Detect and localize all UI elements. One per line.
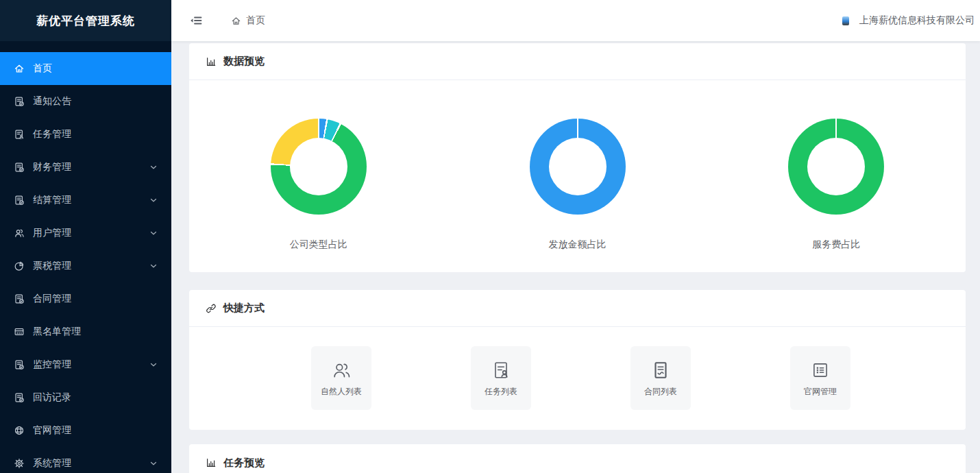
sidebar-item-label: 通知公告	[33, 95, 71, 108]
sidebar-item-label: 财务管理	[33, 161, 71, 173]
main-area: 首页 上海薪优信息科技有限公司 数据预览 公司类型占比	[171, 0, 980, 473]
breadcrumb-home: 首页	[246, 14, 265, 27]
charts-row: 公司类型占比 发放金额占比 服务费占比	[189, 80, 966, 272]
company-avatar	[842, 16, 849, 25]
card-icon	[14, 326, 25, 337]
sidebar-item-callback[interactable]: 回访记录	[0, 381, 171, 414]
users-icon	[331, 360, 352, 380]
fold-menu-icon	[189, 14, 203, 27]
account-menu[interactable]: 上海薪优信息科技有限公司	[842, 14, 975, 27]
shortcuts-card: 快捷方式 自然人列表 任务列表	[189, 290, 966, 430]
section-title: 快捷方式	[223, 302, 265, 315]
sidebar-item-label: 票税管理	[33, 260, 71, 272]
sidebar-item-label: 回访记录	[33, 391, 71, 404]
home-icon	[231, 16, 241, 26]
task-preview-card: 任务预览	[189, 444, 966, 473]
shortcut-col: 官网管理	[741, 346, 901, 410]
sidebar-item-label: 系统管理	[33, 457, 71, 470]
gear-icon	[14, 458, 25, 469]
sidebar-item-label: 首页	[33, 62, 52, 75]
sidebar-item-finance[interactable]: 财务管理	[0, 151, 171, 184]
sidebar-item-website[interactable]: 官网管理	[0, 414, 171, 447]
task-preview-header: 任务预览	[189, 444, 966, 473]
shortcuts-row: 自然人列表 任务列表 合同列表	[189, 327, 966, 430]
company-name: 上海薪优信息科技有限公司	[859, 14, 975, 27]
sidebar-item-tasks[interactable]: 任务管理	[0, 118, 171, 151]
shortcut-col: 任务列表	[421, 346, 581, 410]
sidebar-item-home[interactable]: 首页	[0, 52, 171, 85]
donut-chart-service-fee	[788, 119, 884, 215]
shortcut-label: 任务列表	[485, 386, 517, 398]
task-doc-icon	[491, 360, 511, 380]
top-header: 首页 上海薪优信息科技有限公司	[171, 0, 980, 41]
users-icon	[14, 228, 25, 239]
sidebar-item-label: 黑名单管理	[33, 326, 81, 338]
shortcut-website-admin[interactable]: 官网管理	[790, 346, 850, 410]
section-title: 任务预览	[223, 457, 265, 470]
chart-title: 公司类型占比	[189, 239, 448, 250]
doc-icon	[14, 96, 25, 107]
chevron-down-icon	[149, 163, 158, 171]
shortcut-task-list[interactable]: 任务列表	[471, 346, 531, 410]
app-title: 薪优平台管理系统	[0, 0, 171, 41]
bar-chart-icon	[206, 457, 217, 468]
chevron-down-icon	[149, 262, 158, 270]
section-title: 数据预览	[223, 55, 265, 68]
chart-title: 服务费占比	[707, 239, 966, 250]
sidebar-fold-button[interactable]	[189, 14, 203, 27]
sidebar-item-settlement[interactable]: 结算管理	[0, 184, 171, 217]
chevron-down-icon	[149, 361, 158, 369]
doc-icon	[14, 293, 25, 304]
chart-payment-amount: 发放金额占比	[448, 80, 707, 272]
home-icon	[14, 63, 25, 74]
link-icon	[206, 303, 217, 314]
bar-chart-icon	[206, 56, 217, 67]
donut-chart-payment-amount	[530, 119, 626, 215]
doc-person-icon	[14, 129, 25, 140]
contract-icon	[650, 360, 671, 380]
shortcut-label: 合同列表	[644, 386, 677, 398]
shortcut-label: 自然人列表	[321, 386, 362, 398]
doc-icon	[14, 359, 25, 370]
sidebar-item-contract[interactable]: 合同管理	[0, 282, 171, 315]
donut-hole	[807, 138, 865, 195]
sidebar-item-blacklist[interactable]: 黑名单管理	[0, 315, 171, 348]
sidebar-item-tax[interactable]: 票税管理	[0, 250, 171, 282]
web-list-icon	[810, 360, 831, 380]
shortcut-label: 官网管理	[804, 386, 837, 398]
shortcut-contract-list[interactable]: 合同列表	[630, 346, 691, 410]
sidebar-item-system[interactable]: 系统管理	[0, 447, 171, 473]
sidebar-item-monitor[interactable]: 监控管理	[0, 348, 171, 381]
data-preview-header: 数据预览	[189, 43, 966, 80]
sidebar-item-label: 结算管理	[33, 194, 71, 206]
sidebar-item-notice[interactable]: 通知公告	[0, 85, 171, 118]
sidebar-item-label: 官网管理	[33, 424, 71, 437]
globe-icon	[14, 425, 25, 436]
doc-icon	[14, 195, 25, 206]
shortcuts-header: 快捷方式	[189, 290, 966, 327]
sidebar-item-label: 监控管理	[33, 359, 71, 371]
chart-company-type: 公司类型占比	[189, 80, 448, 272]
chart-title: 发放金额占比	[448, 239, 707, 250]
sidebar-item-label: 用户管理	[33, 227, 71, 239]
shortcut-col: 自然人列表	[262, 346, 421, 410]
sidebar-menu: 首页 通知公告 任务管理 财务管理 结算管理 用户管理 票税管理	[0, 41, 171, 473]
chevron-down-icon	[149, 459, 158, 468]
sidebar-item-label: 任务管理	[33, 128, 71, 141]
data-preview-card: 数据预览 公司类型占比 发放金额占比	[189, 43, 966, 272]
donut-hole	[290, 138, 347, 195]
doc-icon	[14, 392, 25, 403]
chevron-down-icon	[149, 229, 158, 237]
page-content: 数据预览 公司类型占比 发放金额占比	[171, 41, 980, 473]
shortcut-natural-person-list[interactable]: 自然人列表	[311, 346, 371, 410]
sidebar-item-users[interactable]: 用户管理	[0, 217, 171, 250]
sidebar-item-label: 合同管理	[33, 293, 71, 305]
chevron-down-icon	[149, 196, 158, 204]
donut-chart-company-type	[271, 119, 367, 215]
pie-icon	[14, 260, 25, 271]
shortcut-col: 合同列表	[581, 346, 741, 410]
sidebar: 薪优平台管理系统 首页 通知公告 任务管理 财务管理 结算管理 用户管理	[0, 0, 171, 473]
doc-icon	[14, 162, 25, 173]
breadcrumb[interactable]: 首页	[231, 14, 265, 27]
chart-service-fee: 服务费占比	[707, 80, 966, 272]
